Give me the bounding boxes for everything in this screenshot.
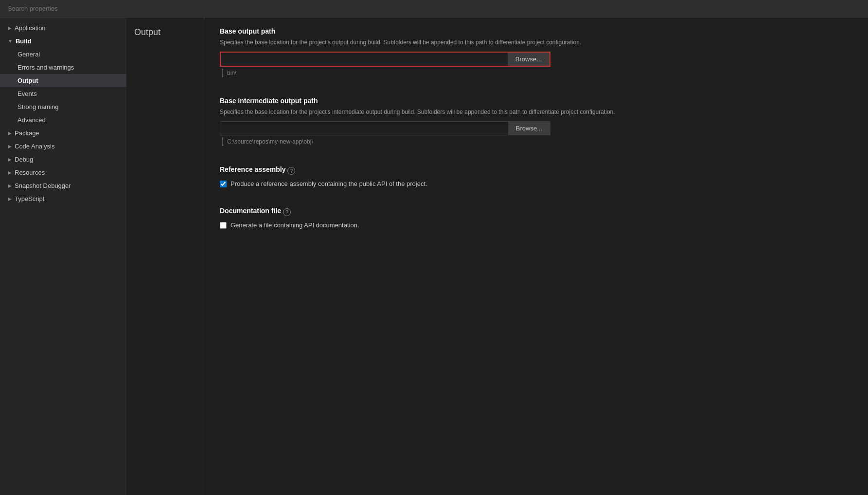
sidebar-item-build-advanced[interactable]: Advanced (0, 113, 126, 127)
base-intermediate-output-path-description: Specifies the base location for the proj… (220, 108, 852, 116)
chevron-right-icon: ▶ (8, 144, 12, 149)
sidebar-child-label: General (18, 51, 40, 58)
base-output-path-hint: bin\ (227, 70, 236, 76)
reference-assembly-section: Reference assembly ? Produce a reference… (220, 165, 852, 187)
main-content: Base output path Specifies the base loca… (204, 18, 868, 495)
sidebar-item-debug[interactable]: ▶ Debug (0, 153, 126, 166)
sidebar-item-label: Application (15, 24, 46, 32)
sidebar-item-resources[interactable]: ▶ Resources (0, 166, 126, 179)
reference-assembly-label: Reference assembly (220, 165, 285, 173)
documentation-file-checkbox[interactable] (220, 222, 227, 229)
reference-assembly-checkbox-row: Produce a reference assembly containing … (220, 180, 852, 187)
base-output-path-label: Base output path (220, 27, 852, 35)
sidebar-child-label: Advanced (18, 116, 46, 124)
search-bar (0, 0, 868, 18)
chevron-right-icon: ▶ (8, 183, 12, 188)
sidebar-item-build-strong[interactable]: Strong naming (0, 100, 126, 113)
section-title: Output (134, 27, 196, 37)
reference-assembly-checkbox-label: Produce a reference assembly containing … (230, 180, 427, 187)
documentation-file-section: Documentation file ? Generate a file con… (220, 207, 852, 229)
base-output-path-input[interactable]: my-bin\ (221, 53, 508, 66)
base-intermediate-output-path-label: Base intermediate output path (220, 97, 852, 105)
base-output-path-section: Base output path Specifies the base loca… (220, 27, 852, 77)
documentation-file-label: Documentation file (220, 207, 281, 215)
sidebar-item-label: Build (16, 37, 32, 45)
sidebar-item-code-analysis[interactable]: ▶ Code Analysis (0, 140, 126, 153)
sidebar-item-label: Resources (15, 169, 45, 176)
sidebar-item-label: Package (15, 129, 39, 137)
base-intermediate-output-path-hint: C:\source\repos\my-new-app\obj\ (227, 138, 313, 145)
sidebar-item-package[interactable]: ▶ Package (0, 127, 126, 140)
chevron-right-icon: ▶ (8, 196, 12, 202)
chevron-right-icon: ▶ (8, 157, 12, 162)
sidebar-item-build-general[interactable]: General (0, 48, 126, 61)
base-intermediate-output-path-hint-row: C:\source\repos\my-new-app\obj\ (220, 137, 852, 146)
sidebar-item-label: Debug (15, 156, 33, 163)
sidebar-item-label: Code Analysis (15, 143, 54, 150)
chevron-right-icon: ▶ (8, 170, 12, 175)
main-layout: ▶ Application ▼ Build General Errors and… (0, 18, 868, 495)
documentation-file-checkbox-label: Generate a file containing API documenta… (230, 221, 359, 229)
sidebar-child-label: Events (18, 90, 37, 97)
sidebar-item-label: TypeScript (15, 195, 44, 202)
documentation-file-label-row: Documentation file ? (220, 207, 852, 218)
documentation-file-help-icon[interactable]: ? (283, 208, 291, 216)
base-intermediate-output-path-section: Base intermediate output path Specifies … (220, 97, 852, 146)
base-output-path-input-row: my-bin\ Browse... (220, 52, 550, 67)
sidebar-item-snapshot-debugger[interactable]: ▶ Snapshot Debugger (0, 179, 126, 192)
hint-bar (222, 69, 223, 77)
chevron-down-icon: ▼ (8, 38, 13, 44)
sidebar-child-label: Output (18, 77, 38, 84)
reference-assembly-label-row: Reference assembly ? (220, 165, 852, 176)
sidebar-child-label: Strong naming (18, 103, 59, 110)
section-panel: Output (126, 18, 204, 495)
sidebar: ▶ Application ▼ Build General Errors and… (0, 18, 126, 495)
chevron-right-icon: ▶ (8, 130, 12, 136)
sidebar-item-build-output[interactable]: Output (0, 74, 126, 87)
reference-assembly-help-icon[interactable]: ? (287, 167, 295, 175)
content-area: Output Base output path Specifies the ba… (126, 18, 868, 495)
search-input[interactable] (8, 5, 860, 12)
sidebar-item-build-events[interactable]: Events (0, 87, 126, 100)
sidebar-item-typescript[interactable]: ▶ TypeScript (0, 192, 126, 205)
documentation-file-checkbox-row: Generate a file containing API documenta… (220, 221, 852, 229)
base-output-path-description: Specifies the base location for the proj… (220, 38, 852, 47)
sidebar-item-application[interactable]: ▶ Application (0, 21, 126, 35)
base-intermediate-output-path-browse-button[interactable]: Browse... (508, 122, 550, 135)
reference-assembly-checkbox[interactable] (220, 181, 227, 187)
base-intermediate-output-path-input[interactable]: obj\ (220, 122, 508, 135)
sidebar-child-label: Errors and warnings (18, 64, 74, 71)
sidebar-item-label: Snapshot Debugger (15, 182, 71, 189)
hint-bar-2 (222, 137, 223, 146)
base-intermediate-output-path-input-row: obj\ Browse... (220, 121, 550, 135)
sidebar-item-build-errors[interactable]: Errors and warnings (0, 61, 126, 74)
sidebar-item-build[interactable]: ▼ Build (0, 35, 126, 48)
chevron-right-icon: ▶ (8, 25, 12, 31)
base-output-path-hint-row: bin\ (220, 69, 852, 77)
base-output-path-browse-button[interactable]: Browse... (508, 53, 549, 66)
